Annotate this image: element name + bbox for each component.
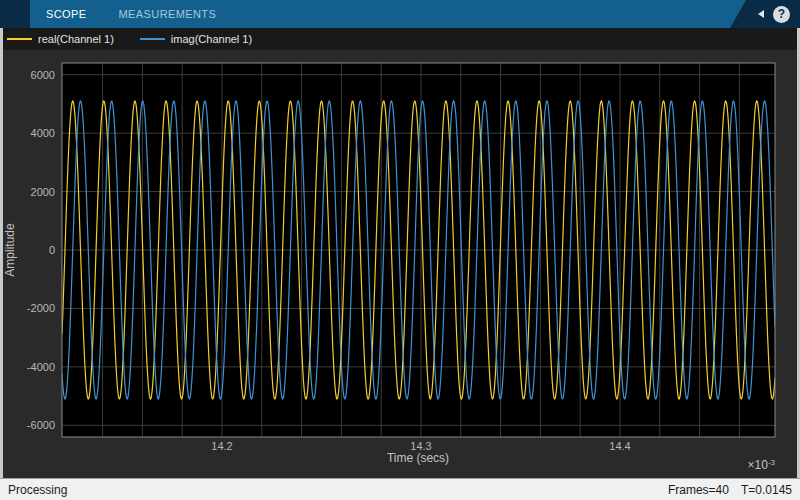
figure-content: real(Channel 1) imag(Channel 1) 14.214.3… xyxy=(0,28,800,478)
tab-scope[interactable]: SCOPE xyxy=(30,0,103,28)
help-button[interactable]: ? xyxy=(773,6,790,23)
x-axis-label: Time (secs) xyxy=(387,451,449,465)
y-tick-label: -4000 xyxy=(27,361,55,373)
status-processing-text: Processing xyxy=(8,483,67,497)
toolstrip: SCOPE MEASUREMENTS ? xyxy=(0,0,800,28)
help-area: ? xyxy=(730,0,800,28)
imag-line-swatch xyxy=(140,38,165,40)
y-tick-label: 4000 xyxy=(31,127,55,139)
y-tick-label: 0 xyxy=(49,244,55,256)
y-tick-label: -2000 xyxy=(27,302,55,314)
x-axis-multiplier: ×10-3 xyxy=(748,458,776,472)
real-line-swatch xyxy=(7,38,32,40)
status-time: T=0.0145 xyxy=(741,483,792,497)
legend-label-imag: imag(Channel 1) xyxy=(171,33,252,45)
x-tick-label: 14.2 xyxy=(211,440,232,452)
tab-measurements-label: MEASUREMENTS xyxy=(119,8,217,20)
x-tick-label: 14.4 xyxy=(609,440,630,452)
legend-item-real[interactable]: real(Channel 1) xyxy=(7,33,114,45)
status-bar: Processing Frames=40 T=0.0145 xyxy=(0,478,800,500)
status-frames: Frames=40 xyxy=(668,483,729,497)
legend-item-imag[interactable]: imag(Channel 1) xyxy=(140,33,252,45)
scope-window: SCOPE MEASUREMENTS ? real(Channel 1) ima… xyxy=(0,0,800,500)
status-right-group: Frames=40 T=0.0145 xyxy=(668,483,792,497)
y-tick-label: 6000 xyxy=(31,69,55,81)
y-axis-label: Amplitude xyxy=(3,223,17,277)
plot-area: 14.214.314.46000400020000-2000-4000-6000… xyxy=(3,50,797,478)
tab-scope-label: SCOPE xyxy=(46,8,87,20)
axes-region: 14.214.314.46000400020000-2000-4000-6000 xyxy=(27,63,775,452)
y-tick-label: 2000 xyxy=(31,186,55,198)
tab-measurements[interactable]: MEASUREMENTS xyxy=(103,0,233,28)
legend: real(Channel 1) imag(Channel 1) xyxy=(3,28,797,50)
legend-label-real: real(Channel 1) xyxy=(38,33,114,45)
app-corner xyxy=(0,0,30,28)
y-tick-label: -6000 xyxy=(27,419,55,431)
scope-plot[interactable]: 14.214.314.46000400020000-2000-4000-6000… xyxy=(3,50,797,478)
collapse-arrow-icon[interactable] xyxy=(758,10,764,18)
